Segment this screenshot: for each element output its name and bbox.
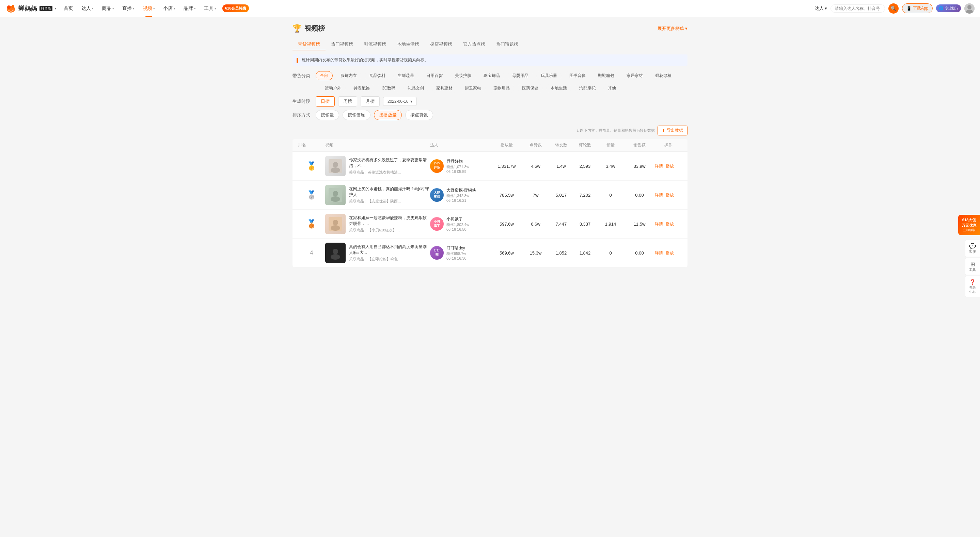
detail-link-4[interactable]: 详情 — [655, 250, 663, 256]
filter-label: 带货分类 — [293, 73, 310, 79]
sort-by-revenue[interactable]: 按销售额 — [342, 110, 371, 120]
nav-product[interactable]: 商品▾ — [99, 0, 118, 17]
nav-talent-selector[interactable]: 达人 ▾ — [815, 5, 827, 11]
play-link-4[interactable]: 播放 — [666, 250, 674, 256]
talent-name-3: 小贝饿了 — [446, 216, 492, 222]
filter-gift[interactable]: 礼品文创 — [403, 84, 428, 93]
nav-search-input[interactable] — [835, 6, 881, 11]
comments-1: 2,593 — [573, 164, 597, 169]
video-cell-2: 在网上买的水蜜桃，真的能爆汁吗？#乡村守护人 关联商品：【态度优选】陕西... — [325, 185, 430, 205]
side-tools-button[interactable]: ⊞ 工具 — [965, 258, 980, 275]
period-row: 生成时段 日榜 周榜 月榜 2022-06-16 ▾ — [293, 96, 687, 106]
revenue-4: 0.00 — [624, 251, 655, 256]
detail-link-3[interactable]: 详情 — [655, 221, 663, 227]
filter-baby[interactable]: 母婴用品 — [508, 71, 533, 80]
tab-explore-video[interactable]: 探店视频榜 — [425, 38, 458, 50]
nav-live[interactable]: 直播▾ — [119, 0, 138, 17]
tab-official-hot[interactable]: 官方热点榜 — [458, 38, 491, 50]
expand-more-button[interactable]: 展开更多榜单 ▾ — [657, 25, 687, 32]
nav-shop[interactable]: 小店▾ — [160, 0, 179, 17]
chart-tabs: 带货视频榜 热门视频榜 引流视频榜 本地生活榜 探店视频榜 官方热点榜 热门话题… — [293, 38, 687, 50]
filter-watch[interactable]: 钟表配饰 — [349, 84, 374, 93]
play-link-1[interactable]: 播放 — [666, 164, 674, 169]
nav-tools[interactable]: 工具▾ — [200, 0, 220, 17]
talent-name-2: 大野蜜探·背锅侠 — [446, 187, 492, 193]
nav-home[interactable]: 首页 — [60, 0, 76, 17]
tab-cargo-video[interactable]: 带货视频榜 — [293, 38, 326, 50]
info-bar: ▌ 统计周期内发布的带货效果最好的短视频，实时掌握带货视频风向标。 — [293, 54, 687, 66]
date-picker[interactable]: 2022-06-16 ▾ — [383, 97, 417, 106]
filter-clothing[interactable]: 服饰内衣 — [336, 71, 361, 80]
video-thumb-4 — [325, 243, 345, 263]
detail-link-2[interactable]: 详情 — [655, 192, 663, 198]
shares-1: 1.4w — [549, 164, 573, 169]
period-monthly[interactable]: 月榜 — [361, 96, 380, 106]
talent-avatar-1: 乔乔好物 — [430, 159, 444, 173]
svg-point-10 — [332, 191, 338, 196]
nav-talent[interactable]: 达人▾ — [78, 0, 97, 17]
period-weekly[interactable]: 周榜 — [338, 96, 357, 106]
sort-by-sales[interactable]: 按销量 — [316, 110, 339, 120]
filter-food[interactable]: 食品饮料 — [365, 71, 390, 80]
nav-video[interactable]: 视频▾ — [139, 0, 158, 17]
filter-digital[interactable]: 3C数码 — [378, 84, 400, 93]
detail-link-1[interactable]: 详情 — [655, 164, 663, 169]
logo[interactable]: 蝉妈妈 抖音版 ▾ — [5, 3, 56, 14]
nav-search-button[interactable]: 🔍 — [888, 3, 899, 14]
sort-by-plays[interactable]: 按播放量 — [374, 110, 402, 120]
sales-3: 1,914 — [597, 222, 624, 227]
nav-pro-badge[interactable]: 🌐 专业版 › — [936, 5, 961, 12]
period-daily[interactable]: 日榜 — [316, 96, 335, 106]
filter-jewelry[interactable]: 珠宝饰品 — [479, 71, 504, 80]
col-video: 视频 — [325, 142, 430, 148]
play-link-3[interactable]: 播放 — [666, 221, 674, 227]
sort-row: 排序方式 按销量 按销售额 按播放量 按点赞数 — [293, 110, 687, 120]
filter-home[interactable]: 家居家纺 — [622, 71, 648, 80]
video-table: 排名 视频 达人 播放量 点赞数 转发数 评论数 销量 销售额 操作 🥇 你家洗… — [293, 139, 687, 267]
period-label: 生成时段 — [293, 99, 310, 105]
talent-fans-1: 粉丝1,071.3w — [446, 164, 492, 170]
filter-other[interactable]: 其他 — [603, 84, 620, 93]
talent-cell-2: 大野蜜探 大野蜜探·背锅侠 粉丝1,342.3w 06-16 16:21 — [430, 187, 492, 202]
filter-flowers[interactable]: 鲜花绿植 — [651, 71, 676, 80]
filter-local[interactable]: 本地生活 — [546, 84, 571, 93]
tab-local-life[interactable]: 本地生活榜 — [391, 38, 425, 50]
filter-furniture[interactable]: 家具建材 — [432, 84, 457, 93]
filter-appliance[interactable]: 厨卫家电 — [460, 84, 485, 93]
filter-medical[interactable]: 医药保健 — [518, 84, 543, 93]
likes-1: 4.6w — [522, 164, 549, 169]
play-link-2[interactable]: 播放 — [666, 192, 674, 198]
video-cell-4: 真的会有人用自己都达不到的高度来衡量别人麻#大... 关联商品：【立即抢购】粉色… — [325, 243, 430, 263]
nav-avatar[interactable] — [964, 3, 975, 14]
tab-hot-video[interactable]: 热门视频榜 — [326, 38, 359, 50]
filter-beauty[interactable]: 美妆护肤 — [450, 71, 476, 80]
filter-all[interactable]: 全部 — [316, 71, 332, 80]
info-text: 统计周期内发布的带货效果最好的短视频，实时掌握带货视频风向标。 — [302, 57, 428, 63]
svg-point-13 — [332, 220, 338, 225]
video-title-1: 你家洗衣机有多久没洗过了，夏季要更常清洁，不... — [349, 157, 430, 169]
nav-brand[interactable]: 品牌▾ — [180, 0, 199, 17]
sort-by-likes[interactable]: 按点赞数 — [405, 110, 433, 120]
filter-shoes[interactable]: 鞋靴箱包 — [593, 71, 619, 80]
action-3: 详情 播放 — [655, 221, 682, 227]
filter-daily[interactable]: 日用百货 — [422, 71, 447, 80]
tab-traffic-video[interactable]: 引流视频榜 — [359, 38, 391, 50]
promo-618-float[interactable]: 618大促 万元优惠 立即领取 — [958, 215, 980, 235]
nav-618-promo[interactable]: 618会员特惠 — [222, 5, 249, 12]
side-service-button[interactable]: 💬 客服 — [965, 240, 980, 257]
video-product-3: 关联商品：【小贝618狂欢】... — [349, 228, 430, 233]
filter-fresh[interactable]: 生鲜蔬果 — [393, 71, 418, 80]
tab-hot-topic[interactable]: 热门话题榜 — [491, 38, 524, 50]
talent-cell-3: 小贝饿了 小贝饿了 粉丝1,802.4w 06-16 16:50 — [430, 216, 492, 231]
nav-search-box — [830, 5, 885, 13]
table-row: 4 真的会有人用自己都达不到的高度来衡量别人麻#大... 关联商品：【立即抢购】… — [293, 238, 687, 267]
export-button[interactable]: ⬆ 导出数据 — [657, 126, 687, 135]
nav-download-button[interactable]: 📱 下载App — [902, 3, 933, 13]
export-row: ℹ 以下内容，播放量、销量和销售额为预估数据 ⬆ 导出数据 — [293, 126, 687, 135]
filter-books[interactable]: 图书音像 — [565, 71, 590, 80]
filter-pet[interactable]: 宠物用品 — [489, 84, 514, 93]
filter-sports[interactable]: 运动户外 — [320, 84, 345, 93]
logo-chevron[interactable]: ▾ — [54, 6, 56, 10]
filter-toys[interactable]: 玩具乐器 — [536, 71, 562, 80]
filter-auto[interactable]: 汽配摩托 — [575, 84, 600, 93]
